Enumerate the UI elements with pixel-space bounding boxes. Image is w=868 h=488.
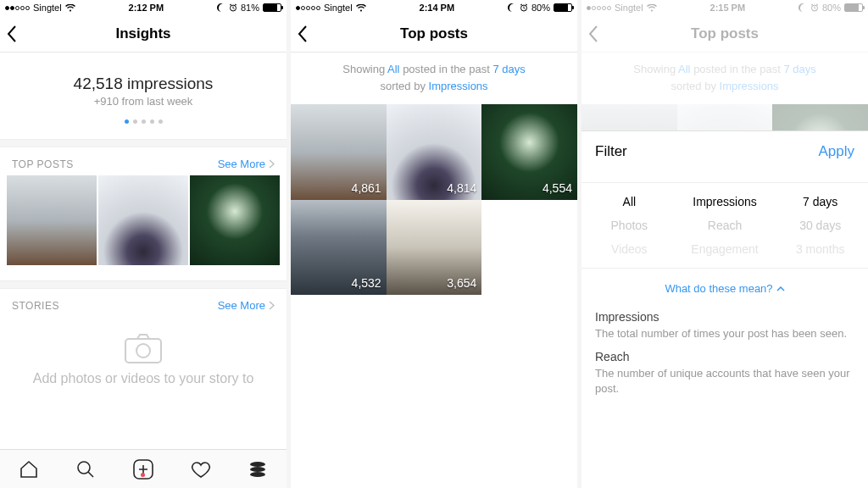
plus-square-icon xyxy=(132,458,154,480)
svg-point-7 xyxy=(250,472,265,477)
picker-option[interactable]: Engagement xyxy=(677,237,773,261)
post-count: 4,861 xyxy=(352,181,381,195)
glossary: Impressions The total number of times yo… xyxy=(581,303,868,406)
post-thumb[interactable]: 3,654 xyxy=(387,200,482,296)
post-thumb[interactable]: 4,532 xyxy=(291,200,387,296)
post-count: 4,532 xyxy=(352,276,381,290)
filter-period-link: 7 days xyxy=(492,63,525,75)
svg-point-6 xyxy=(250,467,265,472)
picker-option[interactable]: Videos xyxy=(581,237,677,261)
picker-option[interactable]: Impressions xyxy=(677,190,773,214)
picker-option[interactable]: Photos xyxy=(581,214,677,237)
page-title: Top posts xyxy=(691,25,759,42)
filter-summary[interactable]: Showing All posted in the past 7 days so… xyxy=(291,53,577,104)
carrier-label: Singtel xyxy=(615,3,643,13)
battery-percent: 80% xyxy=(822,3,841,13)
picker-option[interactable]: 3 months xyxy=(772,237,868,261)
post-count: 4,554 xyxy=(542,181,572,195)
screen-insights: Singtel 2:12 PM 81% Insights 42,518 impr… xyxy=(0,0,287,488)
section-label: TOP POSTS xyxy=(12,158,74,170)
chevron-left-icon xyxy=(588,25,598,42)
back-button[interactable] xyxy=(298,15,308,53)
tab-bar xyxy=(0,449,287,488)
help-link[interactable]: What do these mean? xyxy=(581,269,868,303)
posts-grid: 4,861 4,814 4,554 4,532 3,654 xyxy=(291,104,577,295)
clock-label: 2:12 PM xyxy=(129,3,164,13)
picker-option[interactable]: 7 days xyxy=(772,190,868,214)
battery-icon xyxy=(554,3,572,12)
clock-label: 2:15 PM xyxy=(710,3,746,13)
picker-metric[interactable]: Impressions Reach Engagement xyxy=(677,183,773,268)
navbar: Insights xyxy=(0,15,287,53)
see-more-link[interactable]: See More xyxy=(218,299,275,312)
stories-empty-text: Add photos or videos to your story to xyxy=(25,371,261,386)
back-button[interactable] xyxy=(588,15,598,53)
stories-header: STORIES See More xyxy=(0,289,287,317)
picker-option[interactable]: 30 days xyxy=(772,214,868,237)
back-button[interactable] xyxy=(7,15,17,53)
picker-option[interactable]: All xyxy=(581,190,677,214)
svg-rect-1 xyxy=(125,339,161,363)
picker-wheels[interactable]: All Photos Videos Impressions Reach Enga… xyxy=(581,182,868,269)
alarm-icon xyxy=(520,3,528,12)
tab-activity[interactable] xyxy=(191,459,211,480)
wifi-icon xyxy=(65,4,75,12)
tab-home[interactable] xyxy=(19,459,39,480)
signal-dots-icon xyxy=(587,6,611,10)
filter-sheet-header: Filter Apply xyxy=(581,131,868,172)
divider xyxy=(0,280,287,289)
status-bar: Singtel 2:12 PM 81% xyxy=(0,0,287,15)
filter-type-link: All xyxy=(387,63,399,75)
search-icon xyxy=(75,459,96,480)
section-label: STORIES xyxy=(12,300,59,312)
moon-icon xyxy=(798,3,807,12)
signal-dots-icon xyxy=(5,6,30,10)
carrier-label: Singtel xyxy=(33,3,62,13)
svg-point-2 xyxy=(136,344,150,358)
svg-point-3 xyxy=(78,462,90,474)
impressions-delta: +910 from last week xyxy=(8,95,278,108)
tab-create[interactable] xyxy=(132,458,154,480)
post-thumb[interactable] xyxy=(7,175,97,265)
post-count: 4,814 xyxy=(447,181,476,195)
post-thumb[interactable]: 4,554 xyxy=(481,104,577,200)
apply-button[interactable]: Apply xyxy=(818,143,854,160)
top-posts-header: TOP POSTS See More xyxy=(0,147,287,175)
filter-summary: Showing All posted in the past 7 days so… xyxy=(581,53,868,104)
picker-period[interactable]: 7 days 30 days 3 months xyxy=(772,183,868,268)
picker-type[interactable]: All Photos Videos xyxy=(581,183,677,268)
filter-sort-link: Impressions xyxy=(429,80,488,92)
stack-icon xyxy=(248,459,268,480)
post-thumb[interactable] xyxy=(98,175,188,265)
wifi-icon xyxy=(647,4,657,12)
post-thumb[interactable] xyxy=(190,175,280,265)
signal-dots-icon xyxy=(296,6,320,10)
post-thumb[interactable]: 4,861 xyxy=(291,104,387,200)
page-title: Insights xyxy=(115,25,170,42)
navbar: Top posts xyxy=(291,15,577,53)
picker-option[interactable]: Reach xyxy=(677,214,773,237)
filter-title: Filter xyxy=(595,143,627,160)
battery-icon xyxy=(263,3,281,12)
camera-icon xyxy=(124,332,163,364)
heart-icon xyxy=(191,459,211,480)
post-thumb[interactable]: 4,814 xyxy=(387,104,482,200)
battery-icon xyxy=(844,3,863,12)
clock-label: 2:14 PM xyxy=(420,3,455,13)
chevron-left-icon xyxy=(7,25,17,42)
pager-dots xyxy=(8,119,278,124)
alarm-icon xyxy=(229,3,237,12)
impressions-value: 42,518 impressions xyxy=(8,75,278,93)
battery-percent: 81% xyxy=(241,3,259,13)
carrier-label: Singtel xyxy=(324,3,353,13)
see-more-link[interactable]: See More xyxy=(218,158,275,170)
glossary-term: Reach xyxy=(595,350,854,363)
glossary-term: Impressions xyxy=(595,310,854,324)
tab-search[interactable] xyxy=(75,459,96,480)
tab-profile[interactable] xyxy=(248,459,268,480)
impressions-card[interactable]: 42,518 impressions +910 from last week xyxy=(0,53,287,139)
chevron-up-icon xyxy=(776,286,785,291)
screen-filter-sheet: Singtel 2:15 PM 80% Top posts Showing Al… xyxy=(581,0,868,488)
svg-point-5 xyxy=(250,462,265,467)
chevron-right-icon xyxy=(269,301,275,310)
